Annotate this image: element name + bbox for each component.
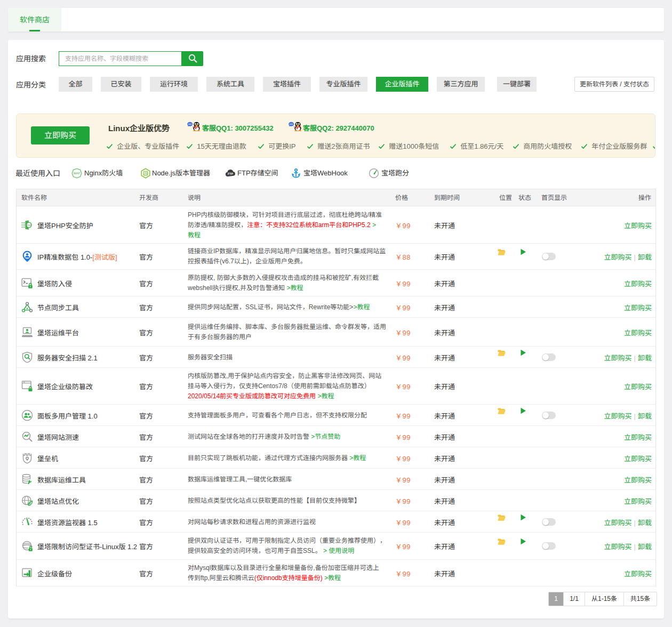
svg-text:PHP: PHP: [27, 223, 31, 226]
svg-text:JS: JS: [144, 172, 148, 175]
svg-text:WAF: WAF: [74, 172, 81, 175]
svg-text:FTP: FTP: [228, 172, 233, 175]
